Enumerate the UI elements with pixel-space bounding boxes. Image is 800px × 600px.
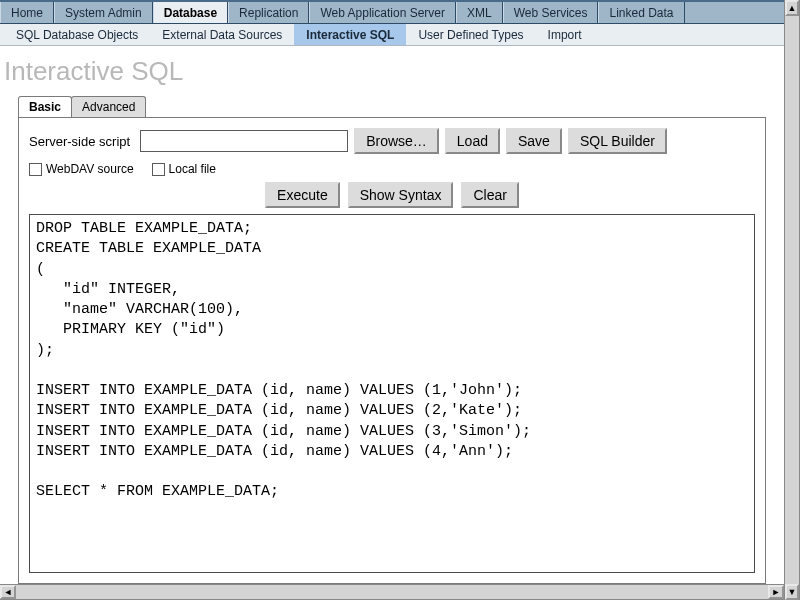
hscroll-track[interactable]: [16, 585, 768, 599]
tab-advanced[interactable]: Advanced: [71, 96, 146, 117]
button-label: Show Syntax: [360, 187, 442, 203]
script-label: Server-side script: [29, 134, 130, 149]
subnav-external-data[interactable]: External Data Sources: [150, 24, 294, 45]
top-nav: Home System Admin Database Replication W…: [0, 2, 784, 24]
localfile-group: Local file: [152, 162, 216, 176]
topnav-web-app-server[interactable]: Web Application Server: [309, 2, 456, 23]
sql-builder-button[interactable]: SQL Builder: [568, 128, 667, 154]
scroll-up-icon[interactable]: ▲: [785, 0, 799, 16]
show-syntax-button[interactable]: Show Syntax: [348, 182, 454, 208]
vscroll-thumb[interactable]: [785, 16, 799, 584]
webdav-group: WebDAV source: [29, 162, 134, 176]
subnav-user-types[interactable]: User Defined Types: [406, 24, 535, 45]
webdav-checkbox[interactable]: [29, 163, 42, 176]
button-label: SQL Builder: [580, 133, 655, 149]
topnav-database[interactable]: Database: [153, 2, 228, 23]
topnav-label: Web Services: [514, 6, 588, 20]
button-label: Execute: [277, 187, 328, 203]
inner-tabs: Basic Advanced: [18, 95, 766, 117]
subnav-label: User Defined Types: [418, 28, 523, 42]
localfile-checkbox[interactable]: [152, 163, 165, 176]
topnav-label: Home: [11, 6, 43, 20]
button-label: Browse…: [366, 133, 427, 149]
load-button[interactable]: Load: [445, 128, 500, 154]
topnav-web-services[interactable]: Web Services: [503, 2, 599, 23]
save-button[interactable]: Save: [506, 128, 562, 154]
subnav-label: SQL Database Objects: [16, 28, 138, 42]
topnav-xml[interactable]: XML: [456, 2, 503, 23]
sub-nav: SQL Database Objects External Data Sourc…: [0, 24, 784, 46]
tab-label: Advanced: [82, 100, 135, 114]
scroll-down-icon[interactable]: ▼: [785, 584, 799, 600]
topnav-label: Replication: [239, 6, 298, 20]
sql-textarea[interactable]: [29, 214, 755, 573]
subnav-label: Interactive SQL: [306, 28, 394, 42]
button-label: Clear: [473, 187, 506, 203]
scroll-right-icon[interactable]: ►: [768, 585, 784, 599]
subnav-label: External Data Sources: [162, 28, 282, 42]
topnav-label: Web Application Server: [320, 6, 445, 20]
topnav-label: Database: [164, 6, 217, 20]
browse-button[interactable]: Browse…: [354, 128, 439, 154]
tab-basic[interactable]: Basic: [18, 96, 72, 117]
viewport: Home System Admin Database Replication W…: [0, 0, 800, 600]
webdav-label: WebDAV source: [46, 162, 134, 176]
topnav-label: System Admin: [65, 6, 142, 20]
scroll-left-icon[interactable]: ◄: [0, 585, 16, 599]
subnav-interactive-sql[interactable]: Interactive SQL: [294, 24, 406, 45]
topnav-linked-data[interactable]: Linked Data: [598, 2, 684, 23]
topnav-home[interactable]: Home: [0, 2, 54, 23]
checkbox-row: WebDAV source Local file: [29, 162, 755, 176]
vscroll-track[interactable]: [785, 16, 799, 584]
subnav-sql-objects[interactable]: SQL Database Objects: [4, 24, 150, 45]
topnav-label: Linked Data: [609, 6, 673, 20]
exec-row: Execute Show Syntax Clear: [29, 182, 755, 208]
inner-tabs-wrap: Basic Advanced: [0, 95, 784, 117]
topnav-label: XML: [467, 6, 492, 20]
clear-button[interactable]: Clear: [461, 182, 518, 208]
content-column: Home System Admin Database Replication W…: [0, 0, 784, 600]
subnav-label: Import: [548, 28, 582, 42]
horizontal-scrollbar[interactable]: ◄ ►: [0, 584, 784, 600]
tab-label: Basic: [29, 100, 61, 114]
localfile-label: Local file: [169, 162, 216, 176]
button-label: Save: [518, 133, 550, 149]
panel-basic: Server-side script Browse… Load Save SQL…: [18, 117, 766, 584]
main-area: Basic Advanced Server-side script Browse…: [0, 95, 784, 584]
script-input[interactable]: [140, 130, 348, 152]
vertical-scrollbar[interactable]: ▲ ▼: [784, 0, 800, 600]
subnav-import[interactable]: Import: [536, 24, 594, 45]
script-row: Server-side script Browse… Load Save SQL…: [29, 128, 755, 154]
topnav-system-admin[interactable]: System Admin: [54, 2, 153, 23]
execute-button[interactable]: Execute: [265, 182, 340, 208]
topnav-replication[interactable]: Replication: [228, 2, 309, 23]
button-label: Load: [457, 133, 488, 149]
page-title: Interactive SQL: [0, 46, 784, 95]
